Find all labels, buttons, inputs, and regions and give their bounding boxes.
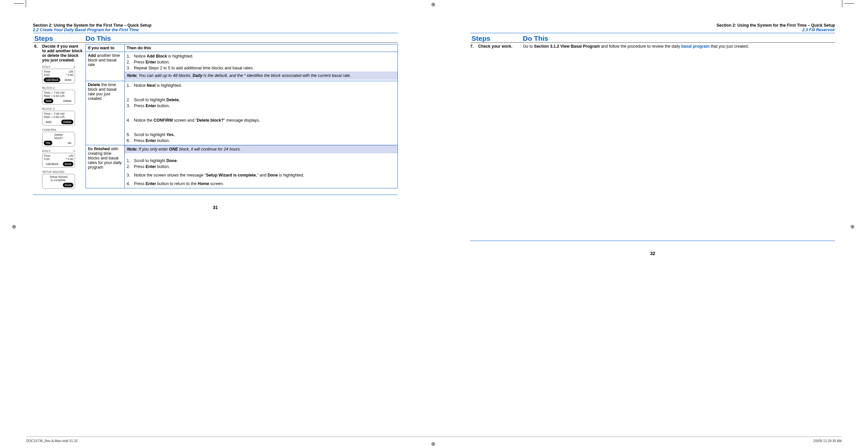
screen-daily-done: DAILY1 TimeU/h 3:00* 0.80 Add BlockDone [42,149,75,168]
steps-heading: Steps [33,35,86,42]
basal-program-link: basal program [681,44,709,49]
done-btn: Done [63,162,73,166]
row-finished: Be finished with creating time blocks an… [86,145,398,188]
footer-file: DOC15736_Rev-A-Man.indd 31-32 [26,439,78,443]
steps-heading-r: Steps [470,35,523,42]
step-7-num: 7. [470,44,478,49]
device-screenshots: DAILY1 TimeU/h 3:00* 0.80 Add BlockDone … [34,65,83,189]
next-btn: Next [44,99,53,103]
section-title-right: Section 2: Using the System for the Firs… [470,23,835,28]
step-7-text: Check your work. [478,44,523,49]
row-add: Add another time block and basal rate No… [86,52,398,81]
th-then: Then do this [125,44,398,52]
section-title-left: Section 2: Using the System for the Firs… [33,23,398,28]
footer-timestamp: 2/9/09 11:29:35 AM [813,439,842,443]
screen-block2-next: BLOCK 2 Time = 7:00 AM Rate = 0.50 U/h N… [42,86,75,105]
note-finished: Note: If you only enter ONE block, it wi… [125,145,398,153]
yes-btn: Yes [44,141,52,145]
row-delete: Delete the time block and basal rate you… [86,81,398,145]
delete-btn: Delete [61,119,73,124]
page-31: Section 2: Using the System for the Firs… [33,23,398,256]
page-number-31: 31 [33,205,398,210]
step-7-do: Go to Section 3.1.2 View Basal Program a… [523,44,835,49]
th-if: If you want to [86,44,125,52]
screen-confirm: CONFIRM Delete block? YesNo [42,128,75,147]
subsection-right: 2.3 Fill Reservoir [470,28,835,32]
note-add: Note: You can add up to 48 blocks. Daily… [125,72,398,79]
done-btn-2: Done [63,183,73,187]
do-this-heading-r: Do This [523,35,835,42]
add-block-btn: Add Block [44,77,60,82]
screen-daily-addblock: DAILY1 TimeU/h 3:00* 0.80 Add BlockDone [42,65,75,83]
page-32: Section 2: Using the System for the Firs… [470,23,835,256]
screen-block2-delete: BLOCK 2 Time = 7:00 AM Rate = 0.50 U/h N… [42,107,75,126]
do-this-heading: Do This [86,35,398,42]
step-6: 6. Decide if you want to add another blo… [33,44,86,191]
screen-setup-wizard: SETUP WIZARD Setup Wizard is complete. D… [42,170,75,189]
page-number-32: 32 [470,251,835,256]
subsection-left: 2.2 Create Your Daily Basal Program for … [33,28,398,32]
do-this-table: If you want to Then do this Add another … [86,44,398,188]
